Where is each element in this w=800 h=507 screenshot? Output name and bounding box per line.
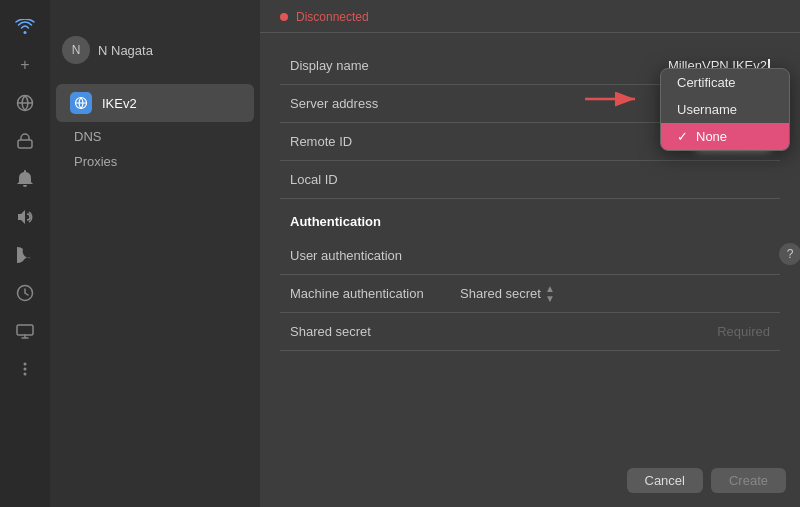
dropdown-item-certificate[interactable]: Certificate <box>661 69 789 96</box>
machine-auth-row: Machine authentication Shared secret ▲ ▼ <box>280 275 780 313</box>
shared-secret-row: Shared secret Required <box>280 313 780 351</box>
shared-secret-value[interactable]: Required <box>460 324 780 339</box>
list-item-ikev2[interactable]: IKEv2 <box>56 84 254 122</box>
svg-point-5 <box>24 368 27 371</box>
authentication-label: Authentication <box>280 214 460 229</box>
ikev2-icon <box>70 92 92 114</box>
user-name: N Nagata <box>98 43 153 58</box>
authentication-row: Authentication <box>280 199 780 237</box>
status-text: Disconnected <box>296 10 369 24</box>
svg-point-4 <box>24 363 27 366</box>
user-auth-row: User authentication <box>280 237 780 275</box>
avatar: N <box>62 36 90 64</box>
cancel-button[interactable]: Cancel <box>627 468 703 493</box>
machine-auth-select[interactable]: Shared secret ▲ ▼ <box>460 284 770 304</box>
moon-icon[interactable] <box>8 238 42 272</box>
shared-secret-label: Shared secret <box>280 324 460 339</box>
notification-icon[interactable] <box>8 162 42 196</box>
bluetooth-icon[interactable]: +︎ <box>8 48 42 82</box>
more-icon[interactable] <box>8 352 42 386</box>
dropdown-popup[interactable]: Certificate Username ✓ None <box>660 68 790 151</box>
svg-rect-3 <box>17 325 33 335</box>
screen-icon[interactable] <box>8 314 42 348</box>
list-item-dns[interactable]: DNS <box>50 124 260 149</box>
svg-point-6 <box>24 373 27 376</box>
server-address-label: Server address <box>280 96 460 111</box>
local-id-label: Local ID <box>280 172 460 187</box>
create-button[interactable]: Create <box>711 468 786 493</box>
vpn-icon[interactable] <box>8 124 42 158</box>
time-icon[interactable] <box>8 276 42 310</box>
machine-auth-label: Machine authentication <box>280 286 460 301</box>
bottom-bar: Cancel Create <box>627 468 787 493</box>
list-pane: N N Nagata IKEv2 DNS Proxies <box>50 0 260 507</box>
dns-label: DNS <box>74 129 101 144</box>
user-row: N N Nagata <box>50 30 260 70</box>
globe-icon[interactable] <box>8 86 42 120</box>
main-panel: N N Nagata IKEv2 DNS Proxies Disconnecte… <box>50 0 800 507</box>
local-id-row: Local ID <box>280 161 780 199</box>
list-item-proxies[interactable]: Proxies <box>50 149 260 174</box>
svg-rect-1 <box>18 140 32 148</box>
list-item-ikev2-label: IKEv2 <box>102 96 137 111</box>
user-auth-label: User authentication <box>280 248 460 263</box>
dropdown-item-none[interactable]: ✓ None <box>661 123 789 150</box>
help-button[interactable]: ? <box>779 243 800 265</box>
proxies-label: Proxies <box>74 154 117 169</box>
sidebar: +︎ <box>0 0 50 507</box>
machine-auth-value[interactable]: Shared secret ▲ ▼ <box>460 284 780 304</box>
wifi-icon[interactable] <box>8 10 42 44</box>
display-name-label: Display name <box>280 58 460 73</box>
status-dot <box>280 13 288 21</box>
dropdown-item-username[interactable]: Username <box>661 96 789 123</box>
sound-icon[interactable] <box>8 200 42 234</box>
remote-id-label: Remote ID <box>280 134 460 149</box>
detail-header: Disconnected <box>260 0 800 33</box>
select-arrows: ▲ ▼ <box>545 284 555 304</box>
detail-pane: Disconnected Display name MillenVPN IKEv… <box>260 0 800 507</box>
checkmark-icon: ✓ <box>677 129 688 144</box>
